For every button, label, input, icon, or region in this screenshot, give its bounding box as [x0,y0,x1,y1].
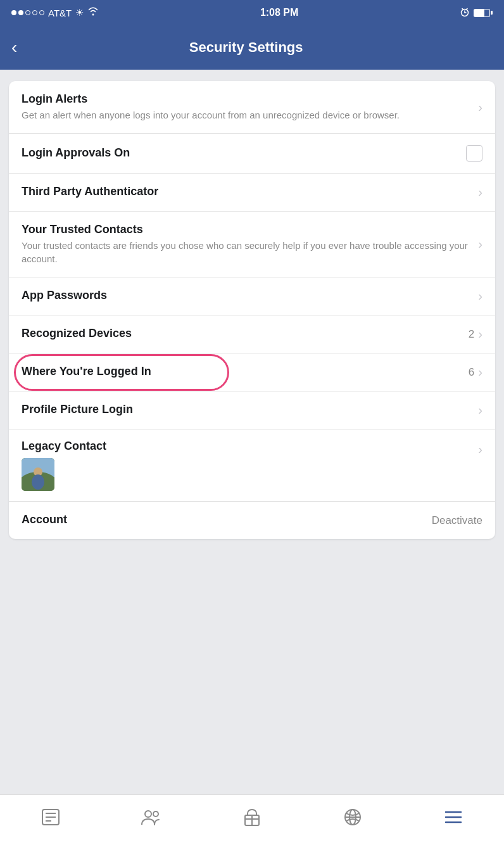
page-title: Security Settings [25,39,467,56]
wifi-icon: ☀ [75,7,84,18]
settings-item-trusted-contacts[interactable]: Your Trusted Contacts Your trusted conta… [9,212,495,277]
feed-icon [41,808,60,829]
dot-1 [11,10,16,15]
friends-icon [141,808,162,829]
dot-5 [39,10,44,15]
login-alerts-desc: Get an alert when anyone logs into your … [22,108,470,122]
status-time: 1:08 PM [260,7,298,18]
third-party-auth-title: Third Party Authenticator [22,185,470,198]
item-left: Account [22,513,432,528]
svg-point-9 [32,474,44,490]
status-left: AT&T ☀ [11,7,99,18]
settings-item-profile-picture-login[interactable]: Profile Picture Login › [9,391,495,429]
login-approvals-title: Login Approvals On [22,146,458,160]
account-title: Account [22,513,424,526]
nav-item-globe[interactable] [303,808,403,830]
settings-item-where-logged-in[interactable]: Where You're Logged In 6 › [9,353,495,391]
app-passwords-title: App Passwords [22,289,470,302]
settings-item-app-passwords[interactable]: App Passwords › [9,277,495,315]
chevron-icon: › [478,289,482,303]
login-approvals-checkbox[interactable] [466,145,482,162]
item-left: Third Party Authenticator [22,185,478,200]
where-logged-in-title: Where You're Logged In [22,365,461,378]
wifi-symbol [87,7,99,18]
chevron-icon: › [478,365,482,379]
settings-card: Login Alerts Get an alert when anyone lo… [9,81,495,539]
svg-point-14 [145,811,151,817]
settings-item-login-alerts[interactable]: Login Alerts Get an alert when anyone lo… [9,81,495,134]
svg-line-3 [462,8,463,10]
menu-icon [444,809,463,829]
chevron-icon: › [478,403,482,417]
dot-2 [18,10,23,15]
svg-point-15 [153,811,158,816]
status-bar: AT&T ☀ 1:08 PM [0,0,504,25]
item-left: Login Alerts Get an alert when anyone lo… [22,92,478,122]
legacy-contact-title: Legacy Contact [22,440,470,453]
deactivate-button[interactable]: Deactivate [432,514,482,527]
settings-item-login-approvals[interactable]: Login Approvals On [9,134,495,174]
login-alerts-title: Login Alerts [22,92,470,106]
settings-item-recognized-devices[interactable]: Recognized Devices 2 › [9,315,495,353]
recognized-devices-title: Recognized Devices [22,327,461,340]
chevron-icon: › [478,100,482,115]
item-left: Login Approvals On [22,146,466,161]
status-right [460,7,493,19]
item-left: Your Trusted Contacts Your trusted conta… [22,223,478,265]
chevron-icon: › [478,237,482,251]
nav-item-feed[interactable] [0,808,101,829]
alarm-icon [460,7,470,19]
settings-item-account[interactable]: Account Deactivate [9,502,495,539]
trusted-contacts-title: Your Trusted Contacts [22,223,470,236]
signal-dots [11,10,44,15]
bottom-nav [0,794,504,845]
item-left: Legacy Contact [22,440,478,491]
chevron-icon: › [478,327,482,341]
settings-item-legacy-contact[interactable]: Legacy Contact › [9,429,495,502]
where-logged-in-count: 6 [469,366,474,379]
nav-item-marketplace[interactable] [201,808,302,830]
dot-3 [25,10,30,15]
dot-4 [32,10,37,15]
back-button[interactable]: ‹ [11,34,25,61]
nav-bar: ‹ Security Settings [0,25,504,70]
item-left: Where You're Logged In [22,365,469,379]
item-left: Profile Picture Login [22,403,478,417]
recognized-devices-count: 2 [469,328,474,341]
legacy-contact-thumbnail [22,458,54,491]
nav-item-menu[interactable] [403,809,504,829]
profile-picture-login-title: Profile Picture Login [22,403,470,416]
item-left: App Passwords [22,289,478,303]
chevron-icon: › [478,442,482,457]
globe-icon [343,808,362,830]
settings-item-third-party-auth[interactable]: Third Party Authenticator › [9,174,495,212]
nav-item-friends[interactable] [101,808,201,829]
chevron-icon: › [478,185,482,200]
content-area: Login Alerts Get an alert when anyone lo… [0,70,504,794]
battery-indicator [474,9,493,17]
carrier-label: AT&T [48,8,72,18]
trusted-contacts-desc: Your trusted contacts are friends you ch… [22,239,470,265]
item-left: Recognized Devices [22,327,469,341]
marketplace-icon [243,808,261,830]
svg-line-4 [466,8,467,10]
